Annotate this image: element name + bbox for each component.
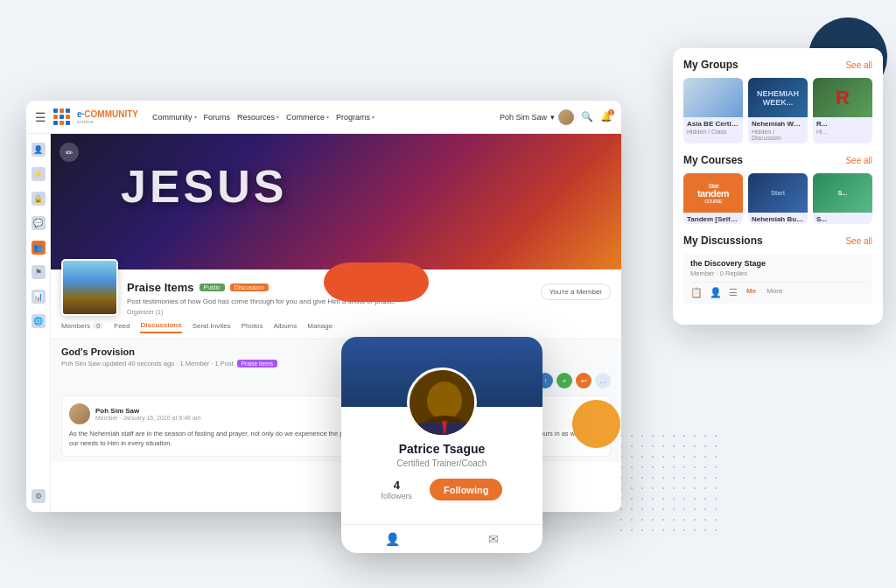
tab-discussions[interactable]: Discussions	[140, 321, 181, 333]
my-courses-cards: Start tandem COURSE Tandem [Self-Pa... S…	[683, 173, 872, 224]
mobile-name: Patrice Tsague	[354, 442, 529, 456]
group-card-1-label: Asia BE Certifica...	[683, 117, 743, 129]
nav-item-community[interactable]: Community ▾	[152, 113, 197, 122]
group-card-2-sub: Hidden / Discussion	[748, 129, 808, 144]
group-card-1-img	[683, 78, 743, 117]
group-title: Praise Items	[127, 281, 194, 294]
discussion-item: the Discovery Stage Member · 0 Replies 📋…	[683, 254, 872, 304]
group-organizer: Organizer (1)	[127, 309, 532, 315]
tab-members[interactable]: Members 0	[61, 321, 103, 333]
my-courses-title: My Courses	[683, 154, 743, 166]
hero-text: JESUS	[121, 160, 288, 213]
discussion-item-nav: 📋 👤 ☰ Me More	[690, 282, 865, 298]
mobile-nav-message[interactable]: ✉	[488, 532, 499, 546]
my-courses-see-all[interactable]: See all	[845, 156, 872, 165]
tab-manage[interactable]: Manage	[307, 321, 332, 333]
tab-feed[interactable]: Feed	[114, 321, 130, 333]
reaction-btn-orange[interactable]: ↩	[576, 373, 592, 388]
my-courses-header: My Courses See all	[683, 154, 872, 166]
group-card-2[interactable]: NEHEMIAH WEEK... Nehemiah Week... Hidden…	[748, 78, 808, 144]
mobile-bottom-nav: 👤 ✉	[341, 524, 542, 553]
group-card-3-label: R...	[813, 117, 872, 129]
reaction-row: ↑ + ↩ …	[537, 373, 611, 388]
my-groups-title: My Groups	[683, 59, 738, 71]
hero-banner: ✏ JESUS	[51, 134, 621, 270]
mobile-followers-count: 4	[382, 479, 413, 492]
reaction-btn-green[interactable]: +	[556, 373, 572, 388]
course-card-3[interactable]: S... S...	[813, 173, 872, 224]
sidebar-icon-group[interactable]: 👥	[32, 241, 46, 255]
sidebar-icon-flash[interactable]: ⚡	[32, 167, 46, 181]
course-card-2[interactable]: Start Nehemiah Busin...	[748, 173, 808, 224]
user-avatar	[558, 109, 574, 125]
reaction-btn-more[interactable]: …	[595, 373, 611, 388]
course-card-3-img: S...	[813, 173, 872, 213]
notification-badge: 1	[608, 109, 614, 116]
mobile-card-header	[341, 337, 542, 407]
left-sidebar: 👤 ⚡ 🔒 💬 👥 ⚑ 📊 🌐 ⚙	[26, 134, 51, 512]
tab-send-invites[interactable]: Send Invites	[192, 321, 231, 333]
nav-item-resources[interactable]: Resources ▾	[237, 113, 279, 122]
disc-nav-more[interactable]: ☰	[729, 287, 738, 298]
disc-nav-more-label: More	[766, 287, 782, 298]
bowtie-decoration	[324, 262, 429, 302]
nav-item-commerce[interactable]: Commerce ▾	[286, 113, 329, 122]
logo-dots	[53, 108, 71, 126]
svg-point-1	[427, 382, 462, 420]
course-card-2-label: Nehemiah Busin...	[748, 213, 808, 224]
group-card-1-sub: Hidden / Class	[683, 129, 743, 137]
group-card-3[interactable]: R R... Hi...	[813, 78, 872, 144]
course-card-1-img: Start tandem COURSE	[683, 173, 743, 213]
my-groups-header: My Groups See all	[683, 59, 872, 71]
sidebar-icon-flag[interactable]: ⚑	[32, 265, 46, 279]
nav-user[interactable]: Poh Sim Saw ▾	[500, 109, 574, 125]
my-discussions-header: My Discussions See all	[683, 234, 872, 247]
nav-item-programs[interactable]: Programs ▾	[336, 113, 374, 122]
badge-public: Public	[200, 284, 225, 291]
sidebar-icon-globe[interactable]: 🌐	[32, 314, 46, 328]
nav-item-forums[interactable]: Forums	[204, 113, 231, 122]
my-courses-section: My Courses See all Start tandem COURSE T…	[683, 154, 872, 224]
nav-menu: Community ▾ Forums Resources ▾ Commerce …	[152, 113, 374, 122]
mobile-role: Certified Trainer/Coach	[354, 458, 529, 468]
hero-edit-btn[interactable]: ✏	[60, 143, 79, 162]
nav-right: Poh Sim Saw ▾ 🔍 🔔 1	[500, 109, 612, 125]
logo: e·COMMUNITY online	[53, 108, 138, 126]
group-card-2-img: NEHEMIAH WEEK...	[748, 78, 808, 117]
hamburger-menu[interactable]: ☰	[35, 110, 46, 124]
course-card-1[interactable]: Start tandem COURSE Tandem [Self-Pa...	[683, 173, 743, 224]
discussion-item-meta: Member · 0 Replies	[690, 270, 865, 277]
circle-decoration-orange	[572, 400, 620, 448]
sidebar-icon-lock[interactable]: 🔒	[32, 192, 46, 206]
course-card-2-img: Start	[748, 173, 808, 213]
my-groups-cards: Asia BE Certifica... Hidden / Class NEHE…	[683, 78, 872, 144]
sidebar-icon-settings[interactable]: ⚙	[32, 489, 46, 503]
member-button[interactable]: You're a Member	[541, 284, 611, 300]
mobile-nav-profile[interactable]: 👤	[385, 532, 400, 546]
my-groups-see-all[interactable]: See all	[845, 60, 872, 70]
sidebar-icon-chart[interactable]: 📊	[32, 290, 46, 304]
discussion-item-title: the Discovery Stage	[690, 259, 865, 268]
my-discussions-see-all[interactable]: See all	[845, 236, 872, 246]
mobile-stats-row: 4 followers Following	[354, 479, 529, 500]
course-card-1-label: Tandem [Self-Pa...	[683, 213, 743, 224]
mobile-avatar	[407, 368, 477, 438]
group-card-3-img: R	[813, 78, 872, 117]
disc-nav-me-label: Me	[746, 287, 756, 298]
sidebar-icon-user[interactable]: 👤	[32, 143, 46, 157]
logo-text: e·COMMUNITY	[77, 110, 138, 119]
group-card-3-sub: Hi...	[813, 129, 872, 137]
bell-icon[interactable]: 🔔 1	[600, 111, 612, 122]
tab-photos[interactable]: Photos	[242, 321, 263, 333]
disc-nav-resources[interactable]: 📋	[690, 287, 703, 298]
tab-albums[interactable]: Albums	[274, 321, 298, 333]
group-card-1[interactable]: Asia BE Certifica... Hidden / Class	[683, 78, 743, 144]
group-card-2-label: Nehemiah Week...	[748, 117, 808, 129]
mobile-stat-followers: 4 followers	[382, 479, 413, 500]
disc-nav-me[interactable]: 👤	[710, 287, 722, 298]
my-discussions-title: My Discussions	[683, 234, 763, 247]
mobile-following-button[interactable]: Following	[430, 479, 502, 500]
sidebar-icon-chat[interactable]: 💬	[32, 216, 46, 230]
badge-discussion: Discussion	[230, 284, 269, 291]
search-icon[interactable]: 🔍	[581, 111, 593, 122]
